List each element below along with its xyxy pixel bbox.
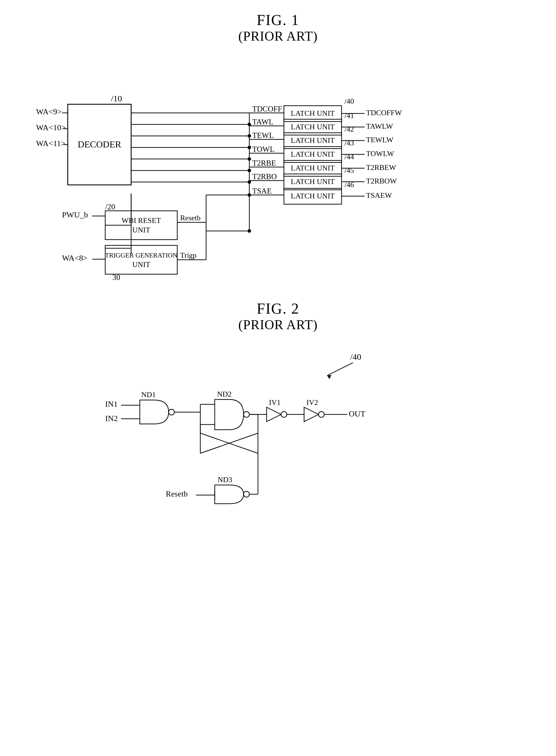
svg-point-15 bbox=[248, 146, 251, 149]
tewl-signal: TEWL bbox=[252, 131, 274, 140]
fig2-title-block: FIG. 2 (PRIOR ART) bbox=[0, 289, 556, 332]
ref44: /44 bbox=[344, 153, 354, 161]
ref41: /41 bbox=[344, 111, 354, 120]
svg-line-55 bbox=[327, 363, 353, 376]
pwub-label: PWU_b bbox=[62, 210, 88, 219]
fig2-diagram: /40 IN1 IN2 ND1 ND2 bbox=[76, 344, 480, 540]
wbi-reset-label2: UNIT bbox=[132, 226, 150, 234]
latch-label-3: LATCH UNIT bbox=[290, 150, 334, 158]
latch-label-5: LATCH UNIT bbox=[290, 178, 334, 186]
ref40: /40 bbox=[344, 97, 354, 105]
out-label: OUT bbox=[349, 409, 366, 418]
svg-point-64 bbox=[244, 412, 249, 417]
iv1-label: IV1 bbox=[269, 398, 280, 407]
svg-point-14 bbox=[248, 134, 251, 138]
t2rbew-label: T2RBEW bbox=[366, 163, 396, 172]
towlw-label: TOWLW bbox=[366, 149, 394, 158]
decoder-label: DECODER bbox=[77, 139, 121, 149]
page: FIG. 1 (PRIOR ART) DECODER /10 WA<9> WA<… bbox=[0, 0, 556, 756]
latch-label-6: LATCH UNIT bbox=[290, 192, 334, 200]
nd3-label: ND3 bbox=[218, 476, 232, 484]
svg-point-17 bbox=[248, 169, 251, 172]
fig1-title: FIG. 1 bbox=[0, 11, 556, 29]
fig1-diagram: DECODER /10 WA<9> WA<10> WA<11> TDCOFF bbox=[33, 52, 523, 289]
trigger-label2: UNIT bbox=[132, 260, 150, 269]
ref42: /42 bbox=[344, 125, 354, 134]
svg-rect-45 bbox=[105, 245, 177, 274]
towl-signal: TOWL bbox=[252, 145, 274, 153]
iv2-label: IV2 bbox=[306, 398, 318, 407]
svg-marker-77 bbox=[267, 407, 281, 422]
wa11-label: WA<11> bbox=[36, 139, 65, 148]
svg-point-16 bbox=[248, 157, 251, 161]
svg-point-50 bbox=[248, 229, 251, 233]
wa10-label: WA<10> bbox=[36, 123, 66, 132]
tsae-signal: TSAE bbox=[252, 187, 272, 195]
t2rbo-signal: T2RBO bbox=[252, 172, 277, 181]
latch-label-0: LATCH UNIT bbox=[290, 109, 334, 117]
svg-point-73 bbox=[244, 491, 249, 497]
resetb-label: Resetb bbox=[180, 214, 201, 222]
ref46: /46 bbox=[344, 181, 354, 189]
wa9-label: WA<9> bbox=[36, 107, 62, 116]
trigger-label1: TRIGGER GENERATION bbox=[105, 252, 177, 259]
ref43: /43 bbox=[344, 139, 354, 147]
in1-label: IN1 bbox=[105, 400, 118, 408]
svg-point-59 bbox=[169, 409, 174, 415]
resetb-label2: Resetb bbox=[166, 489, 188, 498]
nd2-label: ND2 bbox=[217, 390, 232, 398]
fig1-subtitle: (PRIOR ART) bbox=[0, 29, 556, 44]
fig2-subtitle: (PRIOR ART) bbox=[0, 317, 556, 332]
fig2-ref: /40 bbox=[350, 352, 361, 362]
t2rbow-label: T2RBOW bbox=[366, 177, 397, 185]
svg-point-81 bbox=[318, 412, 324, 417]
latch-label-2: LATCH UNIT bbox=[290, 136, 334, 145]
svg-marker-56 bbox=[327, 375, 332, 379]
nd1-label: ND1 bbox=[141, 390, 156, 399]
wbi-reset-label1: WBI RESET bbox=[121, 216, 161, 225]
wbi-reset-ref: /20 bbox=[105, 202, 115, 211]
tawl-signal: TAWL bbox=[252, 117, 274, 126]
tawlw-label: TAWLW bbox=[366, 122, 393, 130]
svg-point-78 bbox=[281, 412, 287, 417]
tdcoffw-label: TDCOFFW bbox=[366, 109, 402, 117]
trigger-ref: 30 bbox=[112, 273, 120, 282]
tsaew-label: TSAEW bbox=[366, 191, 392, 199]
tdcoff-label: TDCOFF bbox=[252, 105, 282, 113]
ref45: /45 bbox=[344, 166, 354, 175]
tewlw-label: TEWLW bbox=[366, 136, 393, 144]
trigp-label: Trigp bbox=[180, 251, 197, 260]
wa8-label: WA<8> bbox=[62, 254, 88, 262]
in2-label: IN2 bbox=[105, 414, 118, 423]
svg-marker-80 bbox=[304, 407, 318, 422]
latch-label-4: LATCH UNIT bbox=[290, 164, 334, 172]
decoder-ref: /10 bbox=[111, 93, 122, 103]
latch-label-1: LATCH UNIT bbox=[290, 123, 334, 131]
t2rbe-signal: T2RBE bbox=[252, 159, 276, 167]
fig2-title: FIG. 2 bbox=[0, 300, 556, 317]
svg-point-43 bbox=[248, 193, 251, 197]
fig1-title-block: FIG. 1 (PRIOR ART) bbox=[0, 0, 556, 44]
